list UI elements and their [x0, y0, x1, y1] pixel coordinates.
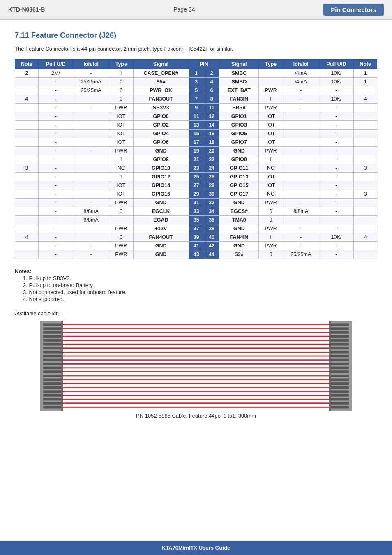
table-cell: [259, 69, 283, 78]
table-cell: 29: [189, 190, 204, 199]
table-cell: [283, 155, 319, 164]
svg-rect-61: [63, 375, 329, 376]
table-cell: 31: [189, 199, 204, 207]
table-cell: EXT_BAT: [219, 86, 259, 95]
table-cell: [15, 130, 39, 138]
table-cell: -: [319, 207, 354, 216]
svg-rect-21: [43, 390, 61, 393]
section-description: The Feature Connector is a 44 pin connec…: [15, 46, 377, 52]
table-cell: 39: [189, 233, 204, 242]
svg-rect-14: [43, 363, 61, 365]
table-cell: -: [38, 173, 73, 181]
table-cell: SMBC: [219, 69, 259, 78]
table-cell: I: [259, 233, 283, 242]
svg-rect-16: [43, 370, 61, 373]
table-cell: [354, 199, 377, 207]
table-cell: -: [283, 224, 319, 233]
table-cell: -: [38, 216, 73, 224]
table-cell: [15, 181, 39, 190]
table-cell: IOT: [109, 112, 134, 121]
table-cell: FAN3IN: [219, 95, 259, 104]
table-cell: GND: [219, 199, 259, 207]
table-cell: -: [283, 104, 319, 112]
table-cell: [354, 250, 377, 259]
svg-rect-38: [331, 370, 349, 373]
table-cell: [15, 199, 39, 207]
table-cell: [15, 138, 39, 147]
svg-rect-32: [331, 347, 349, 349]
table-cell: 36: [204, 216, 219, 224]
table-cell: 35: [189, 216, 204, 224]
table-cell: [73, 224, 109, 233]
table-cell: GND: [219, 147, 259, 155]
table-cell: [15, 207, 39, 216]
table-cell: 4: [15, 233, 39, 242]
table-cell: EGAD: [133, 216, 189, 224]
svg-rect-6: [43, 331, 61, 334]
table-cell: [283, 130, 319, 138]
table-cell: GPIO15: [219, 181, 259, 190]
table-row: -8/8mA0EGCLK3334EGCS#08/8mA-: [15, 207, 377, 216]
table-cell: -: [38, 207, 73, 216]
table-cell: GPIO7: [219, 138, 259, 147]
svg-rect-68: [63, 402, 329, 404]
table-cell: [354, 216, 377, 224]
svg-rect-66: [63, 395, 329, 396]
table-cell: IOT: [259, 181, 283, 190]
table-row: -IGPIO122526GPIO13IOT-: [15, 173, 377, 181]
svg-rect-67: [63, 399, 329, 400]
table-row: -25/25mA0S5#34SMBD/4mA10K/1: [15, 78, 377, 86]
table-cell: TMA0: [219, 216, 259, 224]
table-cell: PWR: [109, 224, 134, 233]
table-cell: -: [319, 190, 354, 199]
table-cell: GPIO17: [219, 190, 259, 199]
col-pull-right: Pull U/D: [319, 60, 354, 69]
table-cell: [73, 112, 109, 121]
table-cell: GND: [133, 250, 189, 259]
table-cell: PWR: [109, 199, 134, 207]
table-cell: GPIO12: [133, 173, 189, 181]
table-cell: 26: [204, 173, 219, 181]
table-cell: 4: [354, 95, 377, 104]
table-cell: [354, 104, 377, 112]
col-note-right: Note: [354, 60, 377, 69]
table-cell: [283, 173, 319, 181]
svg-rect-29: [331, 335, 349, 338]
table-cell: [73, 155, 109, 164]
table-cell: PWR: [109, 242, 134, 250]
table-cell: -: [38, 190, 73, 199]
table-row: -IOTGPIO41516GPIO5IOT-: [15, 130, 377, 138]
table-cell: 41: [189, 242, 204, 250]
table-cell: NC: [259, 190, 283, 199]
table-row: --PWRGND1920GNDPWR--: [15, 147, 377, 155]
table-cell: [283, 138, 319, 147]
svg-rect-31: [331, 343, 349, 345]
table-cell: IOT: [109, 121, 134, 130]
table-cell: GPIO9: [219, 155, 259, 164]
svg-rect-51: [63, 336, 329, 337]
table-cell: IOT: [259, 173, 283, 181]
table-cell: I: [259, 95, 283, 104]
table-cell: -: [38, 138, 73, 147]
table-cell: 10K/: [319, 78, 354, 86]
table-cell: IOT: [109, 138, 134, 147]
svg-rect-69: [63, 407, 329, 408]
table-cell: [354, 207, 377, 216]
table-cell: -: [38, 147, 73, 155]
svg-rect-1: [61, 321, 63, 411]
table-cell: +12V: [133, 224, 189, 233]
table-cell: PWR: [109, 250, 134, 259]
svg-rect-42: [331, 386, 349, 389]
table-cell: PWR: [259, 224, 283, 233]
table-cell: -: [319, 112, 354, 121]
notes-section: Notes: 1. Pull-up to SB3V3.2. Pull-up to…: [15, 268, 377, 302]
table-cell: SB5V: [219, 104, 259, 112]
table-cell: -: [319, 173, 354, 181]
svg-rect-60: [63, 371, 329, 372]
table-cell: PWR: [109, 147, 134, 155]
table-cell: 5: [189, 86, 204, 95]
svg-rect-46: [331, 402, 349, 405]
table-cell: [73, 121, 109, 130]
svg-rect-20: [43, 386, 61, 389]
table-cell: [73, 164, 109, 173]
